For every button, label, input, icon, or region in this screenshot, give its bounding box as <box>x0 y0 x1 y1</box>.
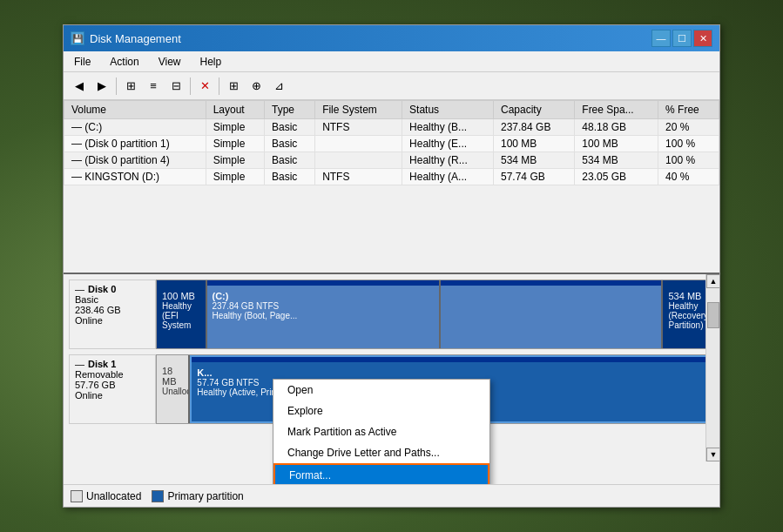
part-name: (C:) <box>213 291 434 301</box>
disk-1-status: Online <box>75 390 150 401</box>
delete-button[interactable]: ✕ <box>194 76 215 97</box>
main-content: Volume Layout Type File System Status Ca… <box>64 100 719 507</box>
vol-pct: 40 % <box>658 169 719 185</box>
vol-free: 534 MB <box>575 152 658 169</box>
col-fs: File System <box>315 101 402 119</box>
menu-help[interactable]: Help <box>195 54 227 70</box>
vol-fs <box>315 136 402 152</box>
vol-status: Healthy (B... <box>402 119 494 136</box>
ctx-open[interactable]: Open <box>273 380 489 401</box>
scroll-thumb[interactable] <box>707 302 719 328</box>
part-desc: Unallocated <box>162 387 183 396</box>
disk-1-unalloc[interactable]: 18 MB Unallocated <box>157 355 190 423</box>
disk-1-size: 57.76 GB <box>75 380 150 390</box>
disk-0-part-efi[interactable]: 100 MB Healthy (EFI System <box>157 280 207 348</box>
title-controls: — ☐ ✕ <box>651 30 712 47</box>
ctx-mark-active[interactable]: Mark Partition as Active <box>273 421 489 442</box>
legend-unallocated-label: Unallocated <box>86 490 141 502</box>
ctx-format[interactable]: Format... <box>273 463 489 484</box>
vol-type: Basic <box>265 169 315 185</box>
vol-layout: Simple <box>206 152 264 169</box>
part-size: 100 MB <box>162 291 200 301</box>
vol-status: Healthy (R... <box>402 152 494 169</box>
part-name: K... <box>197 367 706 378</box>
table-row[interactable]: — (C:) Simple Basic NTFS Healthy (B... 2… <box>64 119 719 136</box>
status-bar: Unallocated Primary partition <box>64 484 719 507</box>
part-size: 534 MB <box>668 291 708 301</box>
volume-table-area: Volume Layout Type File System Status Ca… <box>64 100 719 274</box>
vol-pct: 20 % <box>658 119 719 136</box>
vol-type: Basic <box>265 152 315 169</box>
forward-button[interactable]: ▶ <box>91 76 112 97</box>
toolbar-sep-2 <box>190 77 191 95</box>
stripe <box>207 280 439 286</box>
vol-fs: NTFS <box>315 119 402 136</box>
legend-unallocated-box <box>71 490 83 502</box>
disk-icon: — <box>75 359 84 369</box>
vol-status: Healthy (A... <box>402 169 494 185</box>
volume-table: Volume Layout Type File System Status Ca… <box>64 100 719 185</box>
part-desc: 237.84 GB NTFS <box>213 301 434 311</box>
ctx-explore[interactable]: Explore <box>273 401 489 421</box>
vol-free: 48.18 GB <box>575 119 658 136</box>
vol-status: Healthy (E... <box>402 136 494 152</box>
vol-layout: Simple <box>206 119 264 136</box>
vol-name: — KINGSTON (D:) <box>64 169 206 185</box>
part-desc: Healthy (EFI System <box>162 301 200 330</box>
vol-capacity: 57.74 GB <box>494 169 575 185</box>
part-desc: Healthy (Recovery Partition) <box>668 301 708 330</box>
toolbar-btn-4[interactable]: ⊞ <box>223 76 244 97</box>
back-button[interactable]: ◀ <box>69 76 90 97</box>
vol-fs <box>315 152 402 169</box>
vol-pct: 100 % <box>658 152 719 169</box>
disk-0-partitions: 100 MB Healthy (EFI System (C:) 237.84 G… <box>156 279 714 349</box>
disk-0-label: — Disk 0 Basic 238.46 GB Online <box>69 279 156 349</box>
toolbar-btn-5[interactable]: ⊕ <box>246 76 267 97</box>
table-row[interactable]: — KINGSTON (D:) Simple Basic NTFS Health… <box>64 169 719 185</box>
toolbar-btn-1[interactable]: ⊞ <box>120 76 141 97</box>
disk-0-type: Basic <box>75 294 150 305</box>
disk-0-name: Disk 0 <box>88 284 116 294</box>
vol-free: 100 MB <box>575 136 658 152</box>
legend-primary-box <box>152 490 164 502</box>
toolbar-btn-6[interactable]: ⊿ <box>268 76 289 97</box>
vol-type: Basic <box>265 136 315 152</box>
col-volume: Volume <box>64 101 206 119</box>
toolbar-btn-2[interactable]: ≡ <box>143 76 164 97</box>
disk-0-part-c[interactable]: (C:) 237.84 GB NTFS Healthy (Boot, Page.… <box>207 280 441 348</box>
legend-primary-label: Primary partition <box>167 490 243 502</box>
toolbar-btn-3[interactable]: ⊟ <box>165 76 186 97</box>
table-row[interactable]: — (Disk 0 partition 4) Simple Basic Heal… <box>64 152 719 169</box>
menu-file[interactable]: File <box>69 54 96 70</box>
minimize-button[interactable]: — <box>651 30 671 47</box>
menu-action[interactable]: Action <box>105 54 144 70</box>
vol-name: — (Disk 0 partition 4) <box>64 152 206 169</box>
window-title: Disk Management <box>90 32 181 45</box>
table-row[interactable]: — (Disk 0 partition 1) Simple Basic Heal… <box>64 136 719 152</box>
maximize-button[interactable]: ☐ <box>672 30 692 47</box>
disk-1-type: Removable <box>75 369 150 380</box>
legend-unallocated: Unallocated <box>71 490 141 502</box>
title-bar-left: 💾 Disk Management <box>71 31 181 45</box>
ctx-change-drive[interactable]: Change Drive Letter and Paths... <box>273 442 489 463</box>
vol-pct: 100 % <box>658 136 719 152</box>
scrollbar-vertical[interactable]: ▲ ▼ <box>705 274 719 461</box>
scroll-up-button[interactable]: ▲ <box>706 274 719 288</box>
stripe <box>192 357 712 362</box>
context-menu: Open Explore Mark Partition as Active Ch… <box>273 379 490 484</box>
part-desc2: Healthy (Boot, Page... <box>213 311 434 320</box>
vol-capacity: 534 MB <box>494 152 575 169</box>
legend-primary: Primary partition <box>152 490 243 502</box>
disk-0-status: Online <box>75 315 150 326</box>
menu-view[interactable]: View <box>153 54 186 70</box>
toolbar-sep-3 <box>219 77 219 95</box>
disk-icon: — <box>75 284 84 294</box>
close-button[interactable]: ✕ <box>693 30 712 47</box>
col-capacity: Capacity <box>494 101 575 119</box>
stripe <box>157 280 206 286</box>
scroll-down-button[interactable]: ▼ <box>706 448 719 461</box>
title-bar: 💾 Disk Management — ☐ ✕ <box>64 25 719 51</box>
disk-0-part-sel[interactable] <box>441 280 664 348</box>
vol-name: — (C:) <box>64 119 206 136</box>
disk-1-name: Disk 1 <box>88 359 116 369</box>
